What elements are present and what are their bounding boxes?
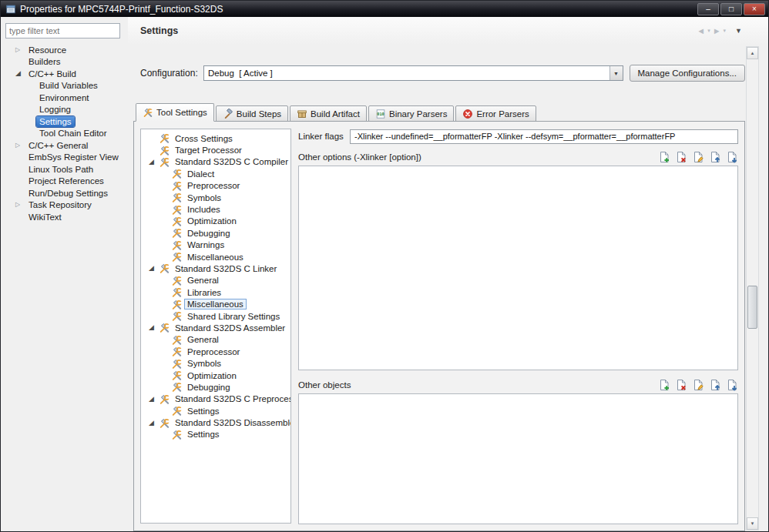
settings-page: Settings ◄ ▾ ► ▾ ▼ Configuration: Debug … (128, 17, 768, 531)
tool-item-preprocessor[interactable]: Preprocessor (141, 180, 290, 192)
collapse-toggle-icon[interactable]: ◢ (149, 159, 159, 166)
properties-dialog: Properties for MPC5744P-Printf_Function-… (0, 0, 769, 532)
edit-button[interactable] (691, 151, 704, 164)
move-up-button[interactable] (708, 379, 721, 392)
error-icon (462, 109, 473, 119)
tool-item-assembler-preprocessor[interactable]: Preprocessor (141, 346, 290, 357)
tool-item-label: Standard S32DS C Linker (173, 264, 279, 273)
move-down-button[interactable] (725, 379, 738, 392)
collapse-toggle-icon[interactable]: ◢ (149, 420, 159, 427)
maximize-button[interactable]: □ (720, 3, 742, 15)
tools-icon (171, 286, 183, 298)
collapse-toggle-icon[interactable]: ◢ (149, 324, 159, 331)
forward-icon[interactable]: ► (713, 26, 721, 35)
back-menu-caret-icon[interactable]: ▾ (707, 28, 710, 34)
configuration-label: Configuration: (140, 68, 197, 79)
view-menu-icon[interactable]: ▼ (735, 27, 742, 35)
tool-item-assembler-general[interactable]: General (141, 334, 290, 346)
delete-button[interactable] (674, 151, 687, 164)
tool-item-label: Miscellaneous (185, 299, 246, 309)
add-button[interactable] (657, 379, 670, 392)
titlebar[interactable]: Properties for MPC5744P-Printf_Function-… (1, 1, 768, 17)
linker-flags-input[interactable] (350, 129, 738, 144)
tool-item-preprocessor-settings[interactable]: Settings (141, 405, 290, 417)
other-options-list[interactable] (298, 166, 738, 370)
filter-input[interactable] (5, 23, 120, 38)
configuration-row: Configuration: Debug [ Active ] ▼ Manage… (140, 65, 745, 82)
sidebar-item-build-variables[interactable]: Build Variables (5, 80, 124, 92)
sidebar-item-tool-chain-editor[interactable]: Tool Chain Editor (5, 128, 124, 140)
tool-item-label: Debugging (185, 229, 233, 238)
sidebar-item-label: WikiText (25, 212, 65, 223)
close-button[interactable]: × (744, 3, 765, 15)
collapse-toggle-icon[interactable]: ◢ (149, 265, 159, 272)
move-down-button[interactable] (725, 151, 738, 164)
sidebar-item-cpp-general[interactable]: ▷ C/C++ General (5, 139, 124, 152)
tab-build-artifact[interactable]: Build Artifact (290, 105, 367, 122)
tool-item-disassembler[interactable]: ◢ Standard S32DS Disassembler (141, 417, 290, 428)
dialog-content: ▷ Resource Builders ◢ C/C++ Build Build … (1, 17, 768, 531)
sidebar-item-settings[interactable]: Settings (5, 115, 124, 128)
scroll-up-icon[interactable]: ▲ (747, 47, 758, 59)
tool-item-symbols[interactable]: Symbols (141, 192, 290, 203)
chevron-down-icon[interactable]: ▼ (609, 66, 623, 80)
expand-toggle-icon[interactable]: ▷ (15, 142, 25, 149)
tool-item-linker-miscellaneous[interactable]: Miscellaneous (141, 298, 290, 309)
tab-build-steps[interactable]: Build Steps (216, 105, 288, 122)
configuration-select[interactable]: Debug [ Active ] ▼ (203, 65, 623, 81)
sidebar-item-wikitext[interactable]: WikiText (5, 211, 124, 223)
tools-icon (171, 239, 183, 251)
tool-item-debugging[interactable]: Debugging (141, 227, 290, 239)
expand-toggle-icon[interactable]: ▷ (15, 47, 25, 53)
tool-item-c-compiler[interactable]: ◢ Standard S32DS C Compiler (141, 156, 290, 168)
move-up-button[interactable] (708, 151, 721, 164)
tool-item-optimization[interactable]: Optimization (141, 216, 290, 227)
tool-item-warnings[interactable]: Warnings (141, 239, 290, 251)
tool-item-c-preprocessor[interactable]: ◢ Standard S32DS C Preprocessor (141, 393, 290, 405)
sidebar-item-environment[interactable]: Environment (5, 92, 124, 104)
tool-item-disassembler-settings[interactable]: Settings (141, 429, 290, 440)
tool-item-assembler-symbols[interactable]: Symbols (141, 357, 290, 369)
delete-button[interactable] (674, 379, 687, 392)
sidebar-item-task-repository[interactable]: ▷ Task Repository (5, 199, 124, 212)
minimize-button[interactable]: – (697, 3, 719, 15)
sidebar-item-embsys-register-view[interactable]: EmbSys Register View (5, 152, 124, 164)
sidebar-item-cpp-build[interactable]: ◢ C/C++ Build (5, 68, 124, 80)
tool-item-label: Target Processor (173, 146, 244, 155)
tool-item-includes[interactable]: Includes (141, 203, 290, 215)
back-icon[interactable]: ◄ (697, 26, 705, 35)
tool-item-assembler[interactable]: ◢ Standard S32DS Assembler (141, 322, 290, 333)
tool-item-target-processor[interactable]: Target Processor (141, 144, 290, 156)
sidebar-item-logging[interactable]: Logging (5, 104, 124, 116)
tool-item-assembler-optimization[interactable]: Optimization (141, 370, 290, 381)
vertical-scrollbar[interactable]: ▲ ▼ (746, 46, 759, 530)
other-objects-list[interactable] (298, 393, 738, 524)
sidebar-item-resource[interactable]: ▷ Resource (5, 44, 124, 56)
sidebar-item-builders[interactable]: Builders (5, 56, 124, 69)
scrollbar-thumb[interactable] (747, 286, 757, 329)
tool-item-assembler-debugging[interactable]: Debugging (141, 381, 290, 393)
tab-tool-settings[interactable]: Tool Settings (136, 103, 214, 122)
tool-item-libraries[interactable]: Libraries (141, 286, 290, 298)
scroll-down-icon[interactable]: ▼ (747, 517, 758, 530)
sidebar-item-linux-tools-path[interactable]: Linux Tools Path (5, 163, 124, 176)
tool-item-cross-settings[interactable]: Cross Settings (141, 132, 290, 144)
manage-configurations-button[interactable]: Manage Configurations... (630, 65, 746, 82)
tool-item-dialect[interactable]: Dialect (141, 168, 290, 179)
collapse-toggle-icon[interactable]: ◢ (149, 396, 159, 403)
sidebar-item-run-debug-settings[interactable]: Run/Debug Settings (5, 187, 124, 199)
sidebar-item-project-references[interactable]: Project References (5, 176, 124, 188)
collapse-toggle-icon[interactable]: ◢ (15, 70, 25, 77)
add-button[interactable] (657, 151, 670, 164)
forward-menu-caret-icon[interactable]: ▾ (724, 28, 727, 34)
expand-toggle-icon[interactable]: ▷ (15, 202, 25, 208)
tab-binary-parsers[interactable]: Binary Parsers (368, 105, 454, 122)
tool-item-linker-general[interactable]: General (141, 275, 290, 286)
tool-item-shared-library-settings[interactable]: Shared Library Settings (141, 310, 290, 322)
edit-button[interactable] (691, 379, 704, 392)
tool-item-c-linker[interactable]: ◢ Standard S32DS C Linker (141, 263, 290, 274)
app-icon (5, 4, 16, 15)
tool-item-compiler-miscellaneous[interactable]: Miscellaneous (141, 251, 290, 263)
tab-error-parsers[interactable]: Error Parsers (455, 105, 536, 122)
other-options-toolbar (657, 151, 738, 164)
